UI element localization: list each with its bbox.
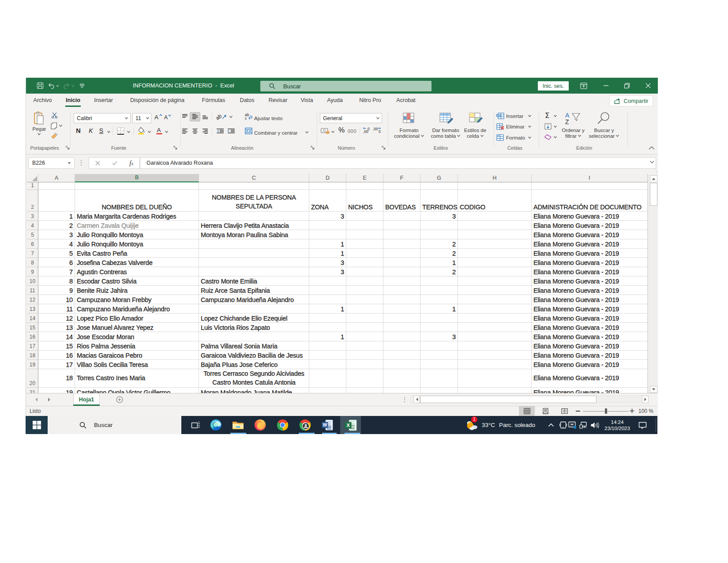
font-color-icon[interactable]: A (156, 127, 163, 134)
cell[interactable]: 1 (309, 332, 346, 341)
find-select-icon[interactable] (597, 112, 611, 126)
align-right-icon[interactable] (203, 128, 208, 134)
cell[interactable] (383, 295, 420, 304)
cell[interactable]: 19 (38, 388, 75, 393)
cell[interactable] (346, 249, 383, 258)
cell[interactable]: 2 (38, 221, 75, 230)
row-header[interactable]: 21 (27, 388, 38, 393)
tab-formulas[interactable]: Fórmulas (198, 94, 229, 108)
sign-in-button[interactable]: Inic. ses. (538, 81, 569, 91)
cell[interactable] (309, 341, 346, 351)
cell[interactable] (346, 341, 383, 351)
cell[interactable] (346, 295, 383, 304)
cell[interactable] (199, 212, 309, 221)
cell-styles-label2[interactable]: celda (451, 133, 499, 139)
zoom-slider-thumb[interactable] (605, 408, 607, 414)
column-header-B[interactable]: B (75, 174, 199, 182)
cell[interactable] (383, 388, 420, 393)
cell[interactable]: Castellano Oyola Victor Guillermo (75, 388, 199, 393)
row-header[interactable]: 16 (27, 332, 38, 341)
cell[interactable] (346, 182, 383, 190)
cell[interactable]: Lopez Pico Elio Amador (75, 314, 199, 323)
row-header[interactable]: 9 (27, 267, 38, 276)
cell[interactable] (309, 323, 346, 332)
row-header[interactable]: 14 (27, 314, 38, 323)
cell[interactable]: 3 (420, 332, 458, 341)
cell[interactable] (199, 239, 309, 249)
delete-cells-label[interactable]: Eliminar (506, 124, 525, 129)
cell[interactable] (346, 239, 383, 249)
undo-icon[interactable] (48, 83, 55, 89)
cancel-formula-icon[interactable] (95, 161, 100, 166)
cell[interactable] (199, 249, 309, 258)
cell[interactable] (420, 221, 458, 230)
cell[interactable] (309, 221, 346, 230)
cell[interactable]: Eliana Moreno Guevara - 2019 (532, 332, 648, 341)
cell[interactable]: 1 (309, 304, 346, 314)
cell[interactable]: 1 (420, 258, 458, 267)
cell[interactable] (383, 276, 420, 286)
cell[interactable]: Campuzano Maridueña Alejandro (199, 295, 309, 304)
cell[interactable]: Eliana Moreno Guevara - 2019 (532, 267, 648, 276)
shrink-font-icon[interactable]: A (164, 113, 171, 120)
cell[interactable] (383, 212, 420, 221)
cell[interactable]: 10 (38, 295, 75, 304)
name-box[interactable]: B226 (28, 157, 75, 169)
cell[interactable]: Ruiz Arce Santa Epifania (199, 286, 309, 295)
firefox-icon[interactable] (250, 416, 270, 434)
new-sheet-icon[interactable] (116, 396, 123, 403)
accounting-dropdown-icon[interactable] (331, 131, 334, 133)
cell[interactable] (383, 267, 420, 276)
chrome-profile-icon[interactable] (295, 416, 315, 434)
qat-customize-icon[interactable] (79, 83, 85, 88)
cell[interactable]: Josefina Cabezas Valverde (75, 258, 199, 267)
cell[interactable] (346, 276, 383, 286)
cell[interactable]: Eliana Moreno Guevara - 2019 (532, 304, 648, 314)
copy-icon[interactable] (51, 122, 57, 129)
tab-acrobat[interactable]: Acrobat (392, 94, 420, 108)
cell[interactable] (458, 230, 532, 239)
save-icon[interactable] (37, 82, 44, 89)
decrease-decimal-icon[interactable]: ,000 (373, 127, 381, 133)
row-header[interactable]: 3 (27, 212, 38, 221)
align-top-icon[interactable] (182, 114, 188, 119)
cell[interactable] (383, 341, 420, 351)
cell[interactable]: Torres Castro Ines Maria (75, 369, 199, 388)
cell[interactable] (458, 258, 532, 267)
tab-insertar[interactable]: Insertar (90, 94, 116, 108)
cell[interactable]: 3 (38, 230, 75, 239)
cell[interactable] (199, 182, 309, 190)
cell[interactable]: 1 (38, 212, 75, 221)
row-header[interactable]: 7 (27, 249, 38, 258)
chrome-icon[interactable] (272, 416, 293, 434)
align-bottom-icon[interactable] (203, 114, 208, 119)
title-search-box[interactable]: Buscar (260, 81, 432, 91)
format-cells-icon[interactable] (496, 134, 504, 141)
cell[interactable]: Luis Victoria Rios Zapato (199, 323, 309, 332)
cell[interactable] (346, 351, 383, 360)
cell[interactable] (458, 267, 532, 276)
formula-input[interactable]: Garaicoa Alvarado Roxana (140, 157, 656, 169)
cell[interactable] (383, 258, 420, 267)
cell[interactable] (383, 360, 420, 369)
vertical-scroll-thumb[interactable] (650, 183, 657, 206)
cell[interactable]: 1 (420, 304, 458, 314)
vertical-scrollbar[interactable] (648, 174, 658, 393)
cell[interactable] (383, 351, 420, 360)
percent-style-icon[interactable]: % (338, 126, 345, 134)
autosum-icon[interactable]: Σ (545, 111, 549, 120)
tab-ayuda[interactable]: Ayuda (323, 94, 346, 108)
font-color-dropdown-icon[interactable] (165, 131, 168, 133)
cell[interactable] (383, 230, 420, 239)
cell[interactable]: Evita Castro Peña (75, 249, 199, 258)
cell[interactable] (458, 212, 532, 221)
row-header[interactable]: 18 (27, 351, 38, 360)
cell[interactable] (38, 190, 75, 212)
cell[interactable]: Eliana Moreno Guevara - 2019 (532, 323, 648, 332)
cell[interactable]: Julio Ronquillo Montoya (75, 230, 199, 239)
tray-expand-icon[interactable] (548, 423, 554, 427)
cell[interactable] (420, 341, 458, 351)
cell[interactable]: Eliana Moreno Guevara - 2019 (532, 341, 648, 351)
row-header[interactable]: 4 (27, 221, 38, 230)
cell[interactable] (420, 314, 458, 323)
